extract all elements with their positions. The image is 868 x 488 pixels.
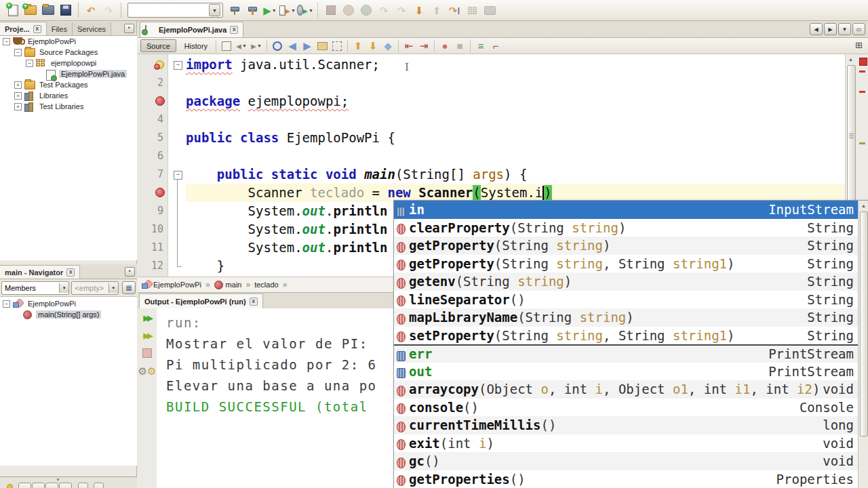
undo-button[interactable]: ↶	[83, 2, 99, 18]
tree-item-test-libraries[interactable]: +Test Libraries	[0, 101, 137, 112]
scroll-tabs-left-button[interactable]: ◀	[810, 23, 823, 35]
run-to-cursor-button[interactable]: ↷І	[446, 2, 462, 18]
rect-selection-button[interactable]	[330, 40, 344, 52]
clean-build-button[interactable]	[244, 2, 260, 18]
warning-mark[interactable]	[859, 142, 865, 144]
completion-item-getProperties[interactable]: getProperties()Properties	[394, 470, 868, 488]
collapse-toggle-icon[interactable]: −	[26, 60, 33, 67]
ant-settings-button[interactable]: ⚙⚙	[140, 364, 154, 378]
scroll-up-icon[interactable]: ▲	[859, 201, 868, 210]
code-fold-toggle[interactable]: −	[174, 171, 182, 180]
partial-button[interactable]	[59, 483, 72, 488]
record-macro-button[interactable]: ●	[438, 40, 452, 52]
completion-item-lineSeparator[interactable]: lineSeparator()String	[394, 291, 868, 309]
completion-item-console[interactable]: console()Console	[394, 399, 868, 417]
nav-forward-button[interactable]: ▸▼	[250, 40, 263, 52]
editor-tab[interactable]: EjemploPowPi.java x	[140, 22, 243, 37]
collapse-toggle-icon[interactable]: −	[3, 38, 10, 45]
breadcrumb-item-main[interactable]: main	[214, 281, 242, 289]
prev-occurrence-button[interactable]: ◀	[285, 40, 299, 52]
members-filter-combo[interactable]: Members ▼	[1, 281, 69, 295]
new-file-button[interactable]: +	[5, 2, 21, 18]
expand-toggle-icon[interactable]: +	[14, 92, 22, 100]
tree-item-ejemplopowpi[interactable]: −EjemploPowPi	[0, 36, 137, 47]
error-badge-icon[interactable]	[155, 96, 165, 106]
nav-back-button[interactable]: ◂▼	[235, 40, 248, 52]
inherited-filter-combo[interactable]: <empty> ▼	[71, 281, 119, 295]
close-icon[interactable]: x	[230, 26, 238, 34]
collapse-toggle-icon[interactable]: −	[14, 49, 22, 56]
popup-scrollbar-thumb[interactable]	[860, 211, 868, 436]
stop-macro-button[interactable]: ■	[453, 40, 467, 52]
toggle-highlight-button[interactable]	[315, 40, 329, 52]
open-project-button[interactable]	[40, 2, 56, 18]
uncomment-button[interactable]: ⌐	[489, 40, 502, 52]
prev-bookmark-button[interactable]: ⬆	[351, 40, 365, 52]
partial-button[interactable]	[78, 483, 88, 488]
expand-toggle-icon[interactable]: +	[14, 103, 22, 110]
next-occurrence-button[interactable]: ▶	[300, 40, 314, 52]
bulb-error-icon[interactable]	[155, 60, 165, 69]
completion-item-exit[interactable]: exit(int i)void	[394, 434, 868, 453]
code-fold-toggle[interactable]: −	[174, 61, 182, 70]
error-mark[interactable]	[859, 91, 865, 93]
rerun-changes-button[interactable]: ▶▶	[140, 329, 154, 342]
split-editor-button[interactable]: ⊞	[855, 40, 863, 50]
partial-button[interactable]	[18, 483, 31, 488]
tree-item-source-packages[interactable]: −Source Packages	[0, 47, 137, 58]
save-all-button[interactable]	[58, 2, 74, 18]
expand-toggle-icon[interactable]: +	[14, 81, 22, 89]
error-mark[interactable]	[859, 70, 865, 73]
profile-button[interactable]: ▸▼	[297, 2, 313, 18]
tab-files[interactable]: Files	[47, 22, 73, 35]
source-view-button[interactable]: Source	[140, 39, 176, 52]
next-bookmark-button[interactable]: ⬇	[366, 40, 380, 52]
tree-item-main-string-args-[interactable]: main(String[] args)	[0, 309, 137, 320]
completion-item-out[interactable]: outPrintStream	[394, 363, 868, 381]
find-button[interactable]	[271, 40, 284, 52]
output-tab[interactable]: Output - EjemploPowPi (run) x	[139, 293, 263, 308]
tab-list-dropdown-button[interactable]: ▼	[838, 23, 851, 35]
completion-item-arraycopy[interactable]: arraycopy(Object o, int i, Object o1, in…	[394, 380, 868, 399]
scroll-up-icon[interactable]: ▲	[846, 55, 855, 64]
close-icon[interactable]: x	[66, 268, 75, 277]
collapse-toggle-icon[interactable]: −	[3, 300, 10, 308]
tree-item-ejemplopowpi-java[interactable]: EjemploPowPi.java	[0, 68, 137, 79]
tree-item-ejemplopowpi[interactable]: −EjemploPowPi	[0, 298, 137, 309]
completion-item-mapLibraryName[interactable]: mapLibraryName(String string)String	[394, 308, 868, 327]
breadcrumb-item-ejemplopowpi[interactable]: EjemploPowPi	[142, 281, 201, 289]
build-button[interactable]	[226, 2, 243, 18]
minimize-panel-button[interactable]: ▪	[124, 24, 134, 33]
completion-item-currentTimeMillis[interactable]: currentTimeMillis()long	[394, 416, 868, 434]
close-icon[interactable]: x	[33, 25, 41, 33]
config-combobox[interactable]: ▼	[127, 3, 223, 18]
shift-right-button[interactable]: ⇥	[417, 40, 431, 52]
shift-left-button[interactable]: ⇤	[402, 40, 416, 52]
error-badge-icon[interactable]	[155, 188, 165, 197]
completion-item-getenv[interactable]: getenv(String string)String	[394, 272, 868, 291]
navigator-sort-button[interactable]: ▦	[122, 281, 136, 294]
completion-item-in[interactable]: inInputStream	[394, 201, 868, 219]
maximize-button[interactable]: ▭	[852, 23, 865, 35]
scroll-tabs-right-button[interactable]: ▶	[824, 23, 837, 35]
completion-item-gc[interactable]: gc()void	[394, 452, 868, 470]
tree-item-libraries[interactable]: +Libraries	[0, 90, 137, 101]
completion-item-setProperty[interactable]: setProperty(String string, String string…	[394, 327, 868, 345]
tree-item-ejemplopowpi[interactable]: −ejemplopowpi	[0, 58, 137, 68]
partial-button[interactable]	[32, 483, 45, 488]
tree-item-test-packages[interactable]: +Test Packages	[0, 79, 137, 90]
completion-item-err[interactable]: errPrintStream	[394, 344, 868, 363]
new-project-button[interactable]: +	[22, 2, 39, 18]
partial-button[interactable]	[94, 483, 104, 488]
comment-button[interactable]: ≡	[474, 40, 488, 52]
step-into-button[interactable]: ⬇	[411, 2, 427, 18]
tab-navigator[interactable]: main - Navigatorx	[0, 265, 80, 279]
tab-services[interactable]: Services	[73, 22, 111, 35]
history-view-button[interactable]: History	[179, 40, 213, 52]
completion-item-getProperty[interactable]: getProperty(String string, String string…	[394, 255, 868, 273]
completion-item-clearProperty[interactable]: clearProperty(String string)String	[394, 219, 868, 237]
partial-button[interactable]	[45, 483, 58, 488]
popup-scrollbar[interactable]: ▲	[858, 201, 868, 488]
breadcrumb-item-teclado[interactable]: teclado	[254, 281, 278, 289]
run-button[interactable]: ▶▼	[262, 2, 278, 18]
